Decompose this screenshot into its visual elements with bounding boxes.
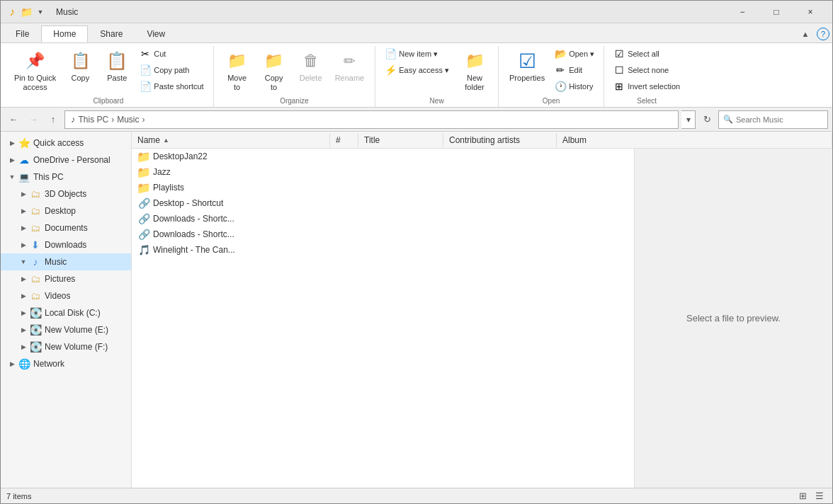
ribbon-help-button[interactable]: ?	[817, 28, 829, 40]
titlebar-app-icons: ♪ 📁 ▼	[6, 6, 46, 18]
window: ♪ 📁 ▼ Music − □ × File Home Share View ▲…	[0, 0, 833, 504]
new-folder-button[interactable]: 📁 Newfolder	[457, 46, 492, 96]
pictures-chevron: ▶	[18, 275, 29, 282]
volume-e-chevron: ▶	[18, 326, 29, 333]
file-item-desktop-shortcut[interactable]: 🔗 Desktop - Shortcut	[132, 195, 634, 211]
search-input[interactable]	[736, 115, 823, 124]
file-num-downloads-shortcut1	[330, 217, 358, 220]
address-breadcrumb-thispc[interactable]: This PC	[79, 115, 109, 125]
delete-button[interactable]: 🗑 Delete	[293, 46, 329, 86]
sidebar-item-documents[interactable]: ▶ 🗂 Documents	[1, 219, 131, 236]
tab-share[interactable]: Share	[88, 25, 135, 42]
file-item-winelight[interactable]: 🎵 Winelight - The Can...	[132, 242, 634, 258]
col-header-name[interactable]: Name ▲	[132, 133, 330, 147]
sidebar-item-quick-access[interactable]: ▶ ⭐ Quick access	[1, 134, 131, 151]
quick-access-dropdown[interactable]: ▼	[35, 6, 46, 18]
rename-button[interactable]: ✏ Rename	[330, 46, 370, 86]
sidebar-item-onedrive[interactable]: ▶ ☁ OneDrive - Personal	[1, 151, 131, 168]
select-none-button[interactable]: ☐ Select none	[610, 62, 684, 78]
move-to-button[interactable]: 📁 Moveto	[220, 46, 255, 96]
file-album-desktopjan22	[557, 155, 634, 158]
easy-access-button[interactable]: ⚡ Easy access ▾	[381, 62, 453, 78]
file-album-desktop-shortcut	[557, 202, 634, 205]
sidebar-item-downloads[interactable]: ▶ ⬇ Downloads	[1, 236, 131, 253]
address-box[interactable]: ♪ This PC › Music ›	[64, 110, 679, 129]
forward-button[interactable]: →	[25, 111, 42, 128]
tab-view[interactable]: View	[135, 25, 177, 42]
ribbon-collapse-button[interactable]: ▲	[797, 25, 814, 42]
tab-home[interactable]: Home	[41, 25, 88, 42]
titlebar: ♪ 📁 ▼ Music − □ ×	[1, 1, 832, 23]
new-label: New	[430, 96, 444, 107]
edit-button[interactable]: ✏ Edit	[551, 62, 598, 78]
pictures-label: Pictures	[45, 274, 75, 284]
open-button[interactable]: 📂 Open ▾	[551, 46, 598, 62]
sidebar-item-volume-f[interactable]: ▶ 💽 New Volume (F:)	[1, 338, 131, 355]
view-grid-button[interactable]: ⊞	[795, 489, 810, 503]
history-button[interactable]: 🕐 History	[551, 79, 598, 94]
paste-button[interactable]: 📋 Paste	[99, 46, 135, 86]
3d-objects-chevron: ▶	[18, 190, 29, 197]
col-header-album[interactable]: Album	[557, 133, 832, 147]
col-header-num[interactable]: #	[330, 133, 358, 147]
tab-file[interactable]: File	[4, 25, 41, 42]
ribbon-tabs: File Home Share View ▲ ?	[1, 23, 832, 43]
up-button[interactable]: ↑	[45, 111, 62, 128]
close-button[interactable]: ×	[794, 1, 827, 23]
properties-button[interactable]: ☑ Properties	[504, 46, 550, 86]
address-dropdown[interactable]: ▾	[681, 110, 696, 129]
col-header-title[interactable]: Title	[358, 133, 443, 147]
select-label: Select	[637, 96, 657, 107]
copy-path-button[interactable]: 📄 Copy path	[136, 62, 207, 78]
sidebar-item-music[interactable]: ▼ ♪ Music	[1, 253, 131, 270]
pin-to-quick-access-button[interactable]: 📌 Pin to Quickaccess	[9, 46, 61, 96]
sidebar-item-pictures[interactable]: ▶ 🗂 Pictures	[1, 270, 131, 287]
sidebar-item-this-pc[interactable]: ▼ 💻 This PC	[1, 168, 131, 185]
sidebar-item-videos[interactable]: ▶ 🗂 Videos	[1, 287, 131, 304]
file-item-jazz[interactable]: 📁 Jazz	[132, 164, 634, 180]
main-content: ▶ ⭐ Quick access ▶ ☁ OneDrive - Personal…	[1, 132, 832, 488]
sidebar-item-local-disk[interactable]: ▶ 💽 Local Disk (C:)	[1, 304, 131, 321]
sidebar-item-3d-objects[interactable]: ▶ 🗂 3D Objects	[1, 185, 131, 202]
cut-button[interactable]: ✂ Cut	[136, 46, 207, 62]
sidebar-item-network[interactable]: ▶ 🌐 Network	[1, 355, 131, 372]
documents-chevron: ▶	[18, 224, 29, 231]
pin-icon: 📌	[24, 50, 47, 72]
maximize-button[interactable]: □	[760, 1, 793, 23]
address-breadcrumb-music[interactable]: Music	[117, 115, 139, 125]
move-to-label: Moveto	[227, 74, 246, 92]
file-artists-desktop-shortcut	[443, 202, 557, 205]
paste-shortcut-button[interactable]: 📄 Paste shortcut	[136, 79, 207, 94]
onedrive-label: OneDrive - Personal	[33, 155, 110, 165]
refresh-button[interactable]: ↻	[698, 110, 715, 129]
col-artists-label: Contributing artists	[449, 135, 520, 145]
col-header-artists[interactable]: Contributing artists	[443, 133, 557, 147]
music-icon: ♪	[29, 256, 42, 268]
invert-selection-button[interactable]: ⊞ Invert selection	[610, 79, 684, 94]
sidebar-item-volume-e[interactable]: ▶ 💽 New Volume (E:)	[1, 321, 131, 338]
ribbon-group-select: ☑ Select all ☐ Select none ⊞ Invert sele…	[604, 46, 689, 107]
filelist: Name ▲ # Title Contributing artists Albu…	[132, 132, 832, 488]
file-item-downloads-shortcut1[interactable]: 🔗 Downloads - Shortc...	[132, 211, 634, 227]
copy-to-button[interactable]: 📁 Copyto	[256, 46, 292, 96]
sidebar-item-desktop[interactable]: ▶ 🗂 Desktop	[1, 202, 131, 219]
file-name-desktop-shortcut: 🔗 Desktop - Shortcut	[132, 195, 330, 211]
copy-button[interactable]: 📋 Copy	[62, 46, 98, 86]
file-item-desktopjan22[interactable]: 📁 DesktopJan22	[132, 149, 634, 164]
file-item-playlists[interactable]: 📁 Playlists	[132, 180, 634, 195]
open-icon: 📂	[555, 48, 566, 59]
back-button[interactable]: ←	[5, 111, 22, 128]
ribbon-chevron: ▲ ?	[797, 25, 829, 42]
history-icon: 🕐	[555, 81, 566, 92]
desktop-icon: 🗂	[29, 205, 42, 217]
app-icon-folder: 📁	[21, 6, 32, 18]
select-all-button[interactable]: ☑ Select all	[610, 46, 684, 62]
new-item-button[interactable]: 📄 New item ▾	[381, 46, 453, 62]
this-pc-icon: 💻	[18, 171, 30, 183]
search-box[interactable]: 🔍	[718, 110, 828, 129]
file-name-downloads-shortcut1: 🔗 Downloads - Shortc...	[132, 211, 330, 227]
pin-label: Pin to Quickaccess	[14, 74, 56, 92]
view-list-button[interactable]: ☰	[812, 489, 827, 503]
file-item-downloads-shortcut2[interactable]: 🔗 Downloads - Shortc...	[132, 227, 634, 242]
minimize-button[interactable]: −	[726, 1, 759, 23]
